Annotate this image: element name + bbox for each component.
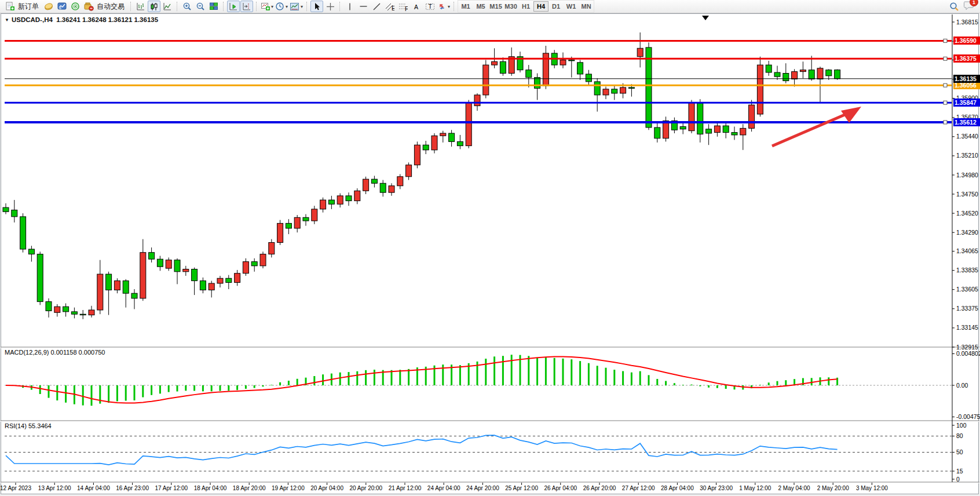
radar-signal-icon [71,2,80,11]
svg-text:1.35440: 1.35440 [956,133,978,140]
toolbar-separator [339,2,341,11]
fibonacci-icon: F [398,2,408,11]
new-order-button[interactable] [3,1,16,12]
fibonacci-button[interactable]: F [397,1,409,12]
svg-text:1.34980: 1.34980 [956,172,978,178]
person-chart-icon [57,2,67,11]
main-toolbar: 新订单 自动交易 [0,0,980,13]
macd-panel[interactable]: 0.0048020.00-0.004758 [5,350,980,420]
svg-text:24 Apr 20:00: 24 Apr 20:00 [466,485,499,491]
horizontal-lines[interactable] [5,39,952,124]
bar-chart-icon [136,2,145,11]
line-chart-type-button[interactable] [161,1,174,12]
toolbar-separator [256,2,257,11]
svg-text:1.34520: 1.34520 [956,210,978,217]
macd-indicator-label: MACD(12,26,9) 0.001158 0.000750 [5,349,105,356]
chevron-down-icon: ▾ [448,4,450,9]
chart-shift-button[interactable] [240,1,253,12]
level-price-badge: 1.35612 [953,118,980,126]
text-label-button[interactable]: T [423,1,436,12]
svg-text:0.004802: 0.004802 [956,350,980,357]
zoom-in-button[interactable] [181,1,193,12]
person-chart-button[interactable] [56,1,68,12]
svg-text:80: 80 [956,432,963,439]
timeframe-m30[interactable]: M30 [503,1,518,12]
svg-text:1.34290: 1.34290 [956,229,978,236]
new-order-label[interactable]: 新订单 [18,2,39,12]
line-chart-icon [163,2,172,11]
svg-text:1.33145: 1.33145 [956,324,978,331]
ohlc-values: 1.36241 1.36248 1.36121 1.36135 [56,16,158,23]
autotrade-button[interactable] [82,1,95,12]
search-icon[interactable] [949,2,959,12]
svg-text:26 Apr 20:00: 26 Apr 20:00 [583,485,616,491]
candlestick-chart-type-button[interactable] [148,1,160,12]
equidistant-channel-button[interactable]: E [383,1,396,12]
collapse-triangle-icon[interactable]: ▼ [5,17,9,23]
indicators-icon [261,2,270,11]
svg-text:1.33375: 1.33375 [956,305,978,312]
auto-scroll-button[interactable] [227,1,240,12]
new-order-icon [5,2,15,11]
rsi-name: RSI(14) [5,422,27,429]
svg-text:T: T [428,3,432,10]
timeframe-d1[interactable]: D1 [548,1,564,12]
autotrade-label[interactable]: 自动交易 [97,2,125,12]
mt4-terminal: { "toolbar": { "new_order_label": "新订单",… [0,0,980,496]
zoom-out-button[interactable] [194,1,207,12]
bar-chart-type-button[interactable] [134,1,147,12]
candles[interactable] [3,32,840,319]
clock-icon [275,2,284,11]
timeframe-m1[interactable]: M1 [458,1,473,12]
timeframe-m5[interactable]: M5 [473,1,488,12]
svg-text:3 May 12:00: 3 May 12:00 [856,485,888,491]
rsi-indicator-label: RSI(14) 55.3464 [5,422,52,429]
crosshair-button[interactable] [324,1,337,12]
toolbar-separator [177,2,178,11]
vertical-line-button[interactable] [343,1,356,12]
crosshair-icon [326,2,335,11]
indicators-button[interactable]: ▾ [260,1,274,12]
svg-text:18 Apr 04:00: 18 Apr 04:00 [194,485,227,491]
timeframe-h1[interactable]: H1 [518,1,533,12]
svg-text:1.33835: 1.33835 [956,267,978,273]
svg-text:17 Apr 12:00: 17 Apr 12:00 [155,485,188,491]
svg-text:21 Apr 12:00: 21 Apr 12:00 [389,485,422,491]
timeframe-mn[interactable]: MN [579,1,594,12]
templates-button[interactable]: ▾ [289,1,303,12]
chart-canvas[interactable]: 1.368151.365851.363601.361301.359001.356… [0,0,980,496]
svg-text:30 Apr 23:00: 30 Apr 23:00 [700,485,733,491]
svg-text:26 Apr 04:00: 26 Apr 04:00 [544,485,577,491]
toolbar-separator [454,2,455,11]
timeframe-w1[interactable]: W1 [564,1,579,12]
svg-text:20 Apr 20:00: 20 Apr 20:00 [349,485,382,491]
svg-text:1.33605: 1.33605 [956,286,978,293]
signal-button[interactable] [69,1,82,12]
svg-text:27 Apr 12:00: 27 Apr 12:00 [622,485,655,491]
macd-values: 0.001158 0.000750 [50,349,105,356]
cursor-button[interactable] [310,1,323,12]
chevron-down-icon: ▾ [286,4,288,9]
tile-windows-button[interactable] [207,1,220,12]
rsi-panel[interactable]: 1008050150 [5,422,967,483]
chat-button[interactable]: 1 [964,1,974,12]
trendline-button[interactable] [370,1,383,12]
trend-arrow[interactable] [772,107,861,146]
toolbar-separator [306,2,308,11]
gold-coin-icon [44,2,53,11]
template-icon [290,2,299,11]
tile-windows-icon [209,2,218,11]
arrows-palette-button[interactable]: ▾ [437,1,451,12]
periods-button[interactable]: ▾ [275,1,288,12]
svg-text:A: A [414,3,418,10]
auto-scroll-icon [229,2,238,11]
toolbar-separator [130,2,131,11]
coin-icon-button[interactable] [42,1,55,12]
svg-text:18 Apr 20:00: 18 Apr 20:00 [233,485,266,491]
timeframe-m15[interactable]: M15 [488,1,503,12]
text-button[interactable]: A [410,1,423,12]
timeframe-h4[interactable]: H4 [533,1,548,12]
arrows-palette-icon [437,2,447,11]
horizontal-line-button[interactable] [357,1,370,12]
svg-text:19 Apr 12:00: 19 Apr 12:00 [272,485,305,491]
